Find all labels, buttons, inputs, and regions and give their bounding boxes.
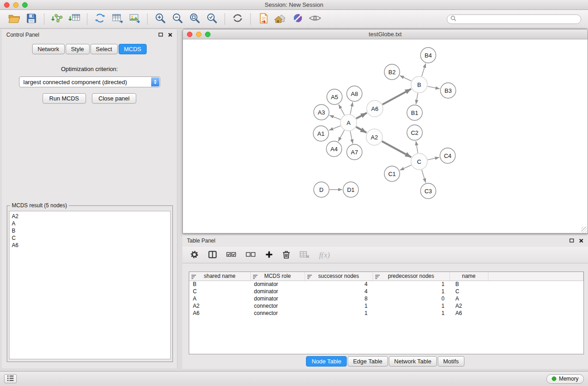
graph-edge-A-A1[interactable] [329, 126, 341, 130]
tab-mcds[interactable]: MCDS [119, 44, 147, 54]
tab-node-table[interactable]: Node Table [306, 356, 347, 367]
graph-node-C[interactable]: C [411, 153, 427, 170]
graph-node-A3[interactable]: A3 [314, 105, 329, 120]
table-row[interactable]: A6connector11A6 [189, 310, 583, 317]
export-table-button[interactable] [109, 12, 126, 26]
graph-node-A6[interactable]: A6 [367, 100, 383, 117]
graph-node-B3[interactable]: B3 [440, 83, 456, 98]
graph-node-B[interactable]: B [411, 76, 427, 93]
graph-edge-B-B1[interactable] [416, 93, 418, 104]
search-field[interactable] [447, 14, 581, 24]
zoom-selected-button[interactable] [203, 12, 220, 26]
graph-node-C4[interactable]: C4 [440, 148, 455, 163]
vizmapper-button[interactable] [289, 12, 306, 26]
resize-grip[interactable] [581, 227, 587, 233]
graph-node-A[interactable]: A [340, 114, 357, 131]
graph-node-D1[interactable]: D1 [343, 182, 359, 197]
graph-node-B4[interactable]: B4 [421, 48, 436, 63]
graph-node-A8[interactable]: A8 [347, 86, 362, 101]
tab-network-table[interactable]: Network Table [389, 356, 437, 367]
task-history-button[interactable] [4, 374, 17, 383]
graph-edge-A-A2[interactable] [356, 127, 367, 133]
delete-table-button[interactable] [300, 251, 310, 260]
run-mcds-button[interactable]: Run MCDS [43, 93, 86, 104]
graph-edge-C-C4[interactable] [428, 157, 440, 160]
tab-network[interactable]: Network [32, 44, 65, 54]
export-image-button[interactable] [126, 12, 143, 26]
graph-edge-A-A6[interactable] [356, 113, 367, 119]
graph-edge-C-C1[interactable] [400, 165, 411, 170]
zoom-fit-button[interactable] [186, 12, 203, 26]
column-header-predecessor-nodes[interactable]: predecessor nodes [373, 272, 449, 281]
create-column-button[interactable] [265, 251, 273, 260]
show-columns-button[interactable] [208, 251, 217, 260]
graph-node-C1[interactable]: C1 [384, 166, 400, 181]
table-row[interactable]: A2connector11A2 [189, 302, 583, 310]
zoom-out-button[interactable] [169, 12, 186, 26]
graph-edge-C-C3[interactable] [422, 170, 426, 183]
zoom-window-button[interactable] [22, 2, 28, 8]
tab-motifs[interactable]: Motifs [438, 356, 464, 367]
delete-column-button[interactable] [282, 250, 290, 261]
graph-edge-B-B3[interactable] [428, 86, 440, 89]
graph-node-A5[interactable]: A5 [327, 89, 342, 105]
select-all-button[interactable] [226, 251, 236, 260]
close-panel-icon[interactable] [579, 238, 583, 243]
graph-edge-A6-B[interactable] [382, 89, 411, 105]
column-header-name[interactable]: name [449, 272, 488, 281]
tab-style[interactable]: Style [66, 44, 90, 54]
search-input[interactable] [459, 16, 578, 22]
refresh-button[interactable] [229, 12, 246, 26]
export-document-button[interactable] [255, 12, 272, 26]
mcds-result-list[interactable]: A2ABCA6 [9, 211, 171, 359]
graph-node-A2[interactable]: A2 [366, 129, 382, 145]
float-panel-icon[interactable] [158, 33, 163, 37]
float-panel-icon[interactable] [569, 238, 574, 243]
import-network-button[interactable] [48, 12, 66, 26]
graph-node-A7[interactable]: A7 [347, 144, 362, 160]
deselect-all-button[interactable] [246, 251, 256, 260]
graph-node-B1[interactable]: B1 [407, 105, 422, 120]
function-builder-button[interactable]: f(x) [319, 251, 330, 260]
graph-node-C3[interactable]: C3 [421, 183, 436, 199]
close-panel-icon[interactable] [168, 33, 172, 37]
column-header-shared-name[interactable]: shared name [189, 272, 250, 281]
tab-edge-table[interactable]: Edge Table [348, 356, 388, 367]
graph-node-A4[interactable]: A4 [326, 141, 342, 157]
zoom-in-button[interactable] [152, 12, 169, 26]
graph-edge-A-A4[interactable] [338, 130, 344, 142]
minimize-window-button[interactable] [196, 32, 201, 37]
graph-edge-C-C2[interactable] [416, 141, 418, 153]
table-row[interactable]: Adominator80A [189, 295, 583, 302]
show-hide-button[interactable] [306, 12, 324, 26]
minimize-window-button[interactable] [13, 2, 19, 8]
table-settings-button[interactable] [190, 250, 199, 261]
zoom-window-button[interactable] [205, 32, 210, 37]
graph-node-D[interactable]: D [314, 182, 329, 197]
graph-node-A1[interactable]: A1 [313, 126, 329, 141]
home-button[interactable] [272, 12, 289, 26]
memory-button[interactable]: Memory [546, 374, 584, 384]
graph-edge-A-A7[interactable] [350, 131, 353, 144]
graph-edge-A-A5[interactable] [339, 105, 344, 115]
tab-select[interactable]: Select [91, 44, 118, 54]
save-session-button[interactable] [23, 12, 40, 26]
graph-edge-A-A8[interactable] [350, 102, 353, 114]
reload-network-button[interactable] [91, 12, 109, 26]
open-session-button[interactable] [5, 12, 23, 26]
column-header-mcds-role[interactable]: MCDS role [250, 272, 305, 281]
graph-node-C2[interactable]: C2 [407, 125, 422, 140]
close-window-button[interactable] [187, 32, 192, 37]
graph-edge-A2-C[interactable] [382, 141, 411, 157]
graph-edge-A-A3[interactable] [330, 115, 341, 119]
column-header-successor-nodes[interactable]: successor nodes [305, 272, 373, 281]
import-table-button[interactable] [66, 12, 83, 26]
table-row[interactable]: Cdominator41C [189, 288, 583, 295]
graph-edge-B-B4[interactable] [422, 63, 426, 76]
criterion-dropdown[interactable]: largest connected component (directed) [19, 76, 160, 87]
graph-node-B2[interactable]: B2 [384, 64, 400, 80]
close-panel-button[interactable]: Close panel [92, 93, 137, 104]
table-row[interactable]: Bdominator41B [189, 281, 583, 288]
network-canvas[interactable]: B4B2BB3A8A5A6A3B1AA1C2A2A4A7CC4C1C3DD1 [183, 40, 588, 233]
close-window-button[interactable] [4, 2, 10, 8]
